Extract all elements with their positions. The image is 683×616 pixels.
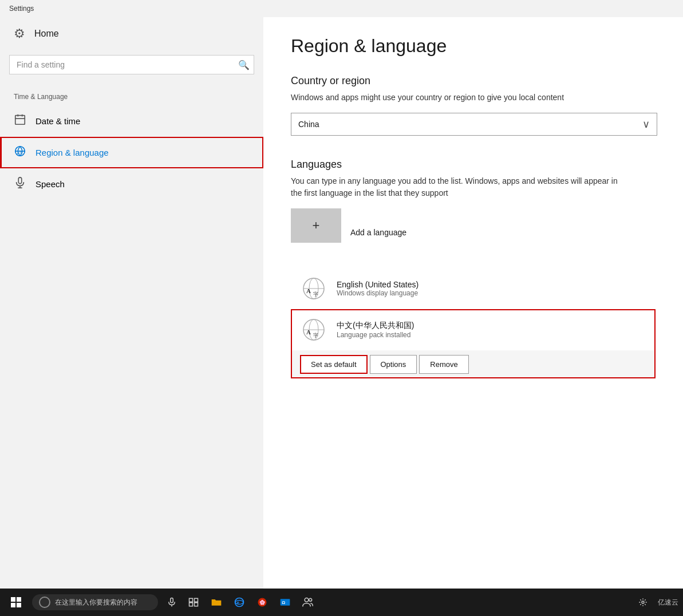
svg-text:字: 字 (313, 291, 318, 297)
svg-text:A: A (306, 329, 311, 335)
region-language-icon: A字 (14, 145, 26, 160)
svg-text:A: A (306, 287, 311, 294)
svg-rect-24 (189, 603, 193, 606)
tray-gear-icon[interactable] (633, 592, 653, 613)
add-language-label: Add a language (350, 228, 406, 237)
sidebar-item-region-language[interactable]: A字 Region & language (0, 137, 263, 168)
sidebar-section-title: Time & Language (0, 88, 263, 105)
tray-brand-text: 亿速云 (658, 598, 678, 607)
svg-point-32 (305, 598, 309, 602)
language-item-en-us[interactable]: A 字 English (United States) Windows disp… (291, 268, 656, 309)
sidebar-item-speech-label: Speech (35, 179, 65, 189)
sidebar: ⚙ Home 🔍 Time & Language Date & time (0, 17, 263, 589)
svg-text:A字: A字 (17, 151, 23, 155)
lang-name-en: English (United States) (337, 280, 646, 289)
taskbar-app3[interactable]: 🌸 (252, 592, 273, 613)
speech-icon (14, 176, 26, 192)
svg-text:Ω: Ω (282, 600, 285, 605)
options-button[interactable]: Options (370, 355, 417, 374)
page-title: Region & language (291, 35, 656, 57)
lang-name-zh: 中文(中华人民共和国) (337, 321, 646, 331)
taskbar-ie[interactable]: e (229, 592, 250, 613)
taskbar-tray: 亿速云 (633, 592, 678, 613)
svg-rect-22 (189, 598, 193, 602)
taskbar-search[interactable]: 在这里输入你要搜索的内容 (32, 594, 158, 610)
taskbar-outlook[interactable]: Ω (275, 592, 295, 613)
sidebar-item-speech[interactable]: Speech (0, 168, 263, 200)
svg-rect-0 (15, 116, 25, 125)
svg-text:字: 字 (313, 333, 318, 338)
lang-status-zh: Language pack installed (337, 331, 646, 339)
lang-status-en: Windows display language (337, 289, 646, 297)
lang-info-en: English (United States) Windows display … (337, 280, 646, 297)
svg-text:🌸: 🌸 (259, 599, 266, 606)
svg-rect-25 (195, 603, 198, 606)
lang-icon-en: A 字 (300, 275, 327, 302)
plus-icon: + (313, 218, 320, 233)
set-default-button[interactable]: Set as default (300, 355, 368, 374)
sidebar-item-date-time-label: Date & time (35, 116, 80, 126)
search-button[interactable]: 🔍 (238, 60, 250, 70)
content-area: Region & language Country or region Wind… (263, 17, 683, 589)
languages-section-desc: You can type in any language you add to … (291, 175, 623, 199)
search-input[interactable] (9, 55, 254, 74)
date-time-icon (14, 113, 26, 129)
task-view-button[interactable] (183, 592, 204, 613)
lang-icon-zh: A 字 (300, 316, 327, 343)
svg-point-34 (642, 601, 644, 603)
svg-point-33 (309, 598, 312, 601)
sidebar-item-region-language-label: Region & language (35, 148, 109, 157)
taskbar-file-explorer[interactable] (206, 592, 227, 613)
cortana-icon (39, 597, 50, 608)
language-item-zh-cn[interactable]: A 字 中文(中华人民共和国) Language pack installed (291, 309, 656, 350)
title-bar: Settings (0, 0, 683, 17)
language-actions: Set as default Options Remove (291, 350, 656, 378)
windows-icon (11, 597, 21, 607)
title-bar-label: Settings (9, 5, 34, 13)
country-section-desc: Windows and apps might use your country … (291, 92, 623, 104)
sidebar-item-home[interactable]: ⚙ Home (0, 17, 263, 50)
svg-rect-23 (195, 598, 198, 602)
home-label: Home (34, 29, 59, 39)
taskbar: 在这里输入你要搜索的内容 e (0, 589, 683, 616)
languages-section-title: Languages (291, 159, 656, 171)
svg-text:e: e (237, 600, 239, 605)
taskbar-people[interactable] (298, 592, 318, 613)
chevron-down-icon: ∨ (642, 118, 650, 131)
search-box-container: 🔍 (9, 55, 254, 74)
country-dropdown[interactable]: China ∨ (291, 113, 657, 136)
lang-info-zh: 中文(中华人民共和国) Language pack installed (337, 321, 646, 339)
start-button[interactable] (5, 591, 27, 614)
add-language-button[interactable]: + (291, 208, 341, 243)
languages-section: Languages You can type in any language y… (291, 159, 656, 378)
country-section-title: Country or region (291, 75, 656, 87)
taskbar-mic-button[interactable] (163, 593, 181, 611)
country-dropdown-value: China (298, 120, 319, 129)
main-area: ⚙ Home 🔍 Time & Language Date & time (0, 17, 683, 589)
svg-rect-20 (171, 598, 173, 603)
remove-button[interactable]: Remove (419, 355, 468, 374)
home-icon: ⚙ (14, 26, 25, 41)
taskbar-search-text: 在这里输入你要搜索的内容 (55, 598, 137, 607)
svg-rect-7 (18, 177, 22, 184)
sidebar-item-date-time[interactable]: Date & time (0, 105, 263, 137)
